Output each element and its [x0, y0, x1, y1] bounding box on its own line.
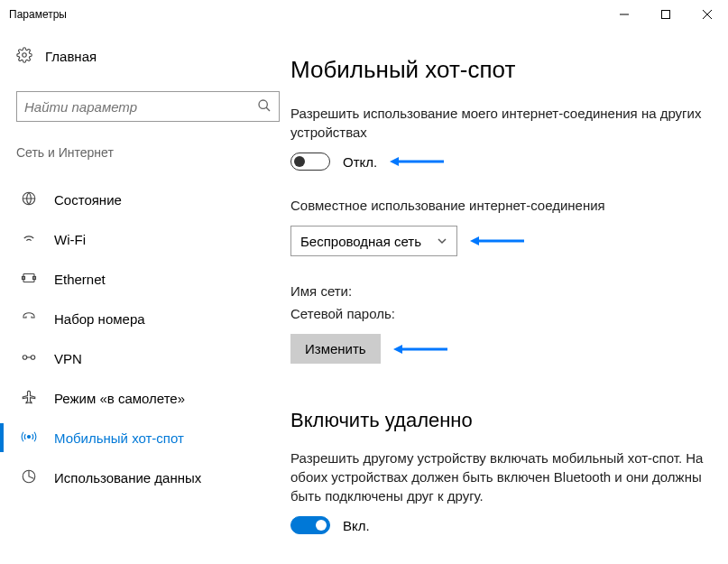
dropdown-value: Беспроводная сеть [300, 234, 421, 249]
svg-point-4 [23, 53, 27, 58]
nav-airplane[interactable]: Режим «в самолете» [16, 378, 280, 418]
nav-dialup[interactable]: Набор номера [16, 299, 280, 338]
gear-icon [16, 47, 32, 66]
nav-ethernet[interactable]: Ethernet [16, 259, 280, 299]
svg-line-6 [266, 107, 270, 111]
nav-label: Мобильный хот-спот [54, 430, 184, 446]
page-heading: Мобильный хот-спот [290, 56, 710, 84]
ethernet-icon [20, 270, 38, 289]
search-field[interactable] [24, 99, 257, 115]
svg-point-12 [31, 355, 35, 359]
share-toggle[interactable] [290, 153, 330, 171]
nav-label: Состояние [54, 192, 122, 208]
svg-marker-21 [393, 345, 402, 354]
hotspot-icon [20, 429, 38, 448]
nav-label: Набор номера [54, 311, 145, 327]
nav-label: Использование данных [54, 470, 201, 485]
nav-data-usage[interactable]: Использование данных [16, 458, 280, 497]
nav-label: VPN [54, 351, 82, 366]
close-button[interactable] [687, 0, 728, 29]
annotation-arrow [470, 236, 524, 246]
remote-description: Разрешить другому устройству включать мо… [290, 448, 710, 505]
search-input[interactable] [16, 91, 280, 122]
dialup-icon [20, 310, 38, 328]
network-password-label: Сетевой пароль: [290, 304, 710, 323]
svg-point-5 [259, 100, 267, 108]
connection-dropdown[interactable]: Беспроводная сеть [290, 226, 457, 256]
share-description: Разрешить использование моего интернет-с… [290, 104, 710, 142]
airplane-icon [20, 389, 38, 408]
maximize-button[interactable] [645, 0, 687, 29]
wifi-icon [20, 230, 38, 249]
nav-label: Ethernet [54, 272, 106, 287]
share-from-label: Совместное использование интернет-соедин… [290, 196, 710, 215]
search-icon [257, 98, 272, 116]
home-label: Главная [45, 49, 97, 64]
vpn-icon [20, 349, 38, 368]
window-title: Параметры [9, 8, 604, 21]
svg-marker-19 [470, 236, 479, 245]
annotation-arrow [390, 156, 444, 167]
annotation-arrow [393, 344, 447, 355]
nav-label: Режим «в самолете» [54, 391, 185, 406]
edit-button[interactable]: Изменить [290, 334, 381, 364]
svg-point-14 [28, 435, 31, 438]
chevron-down-icon [437, 234, 447, 249]
nav-label: Wi-Fi [54, 232, 86, 247]
nav-wifi[interactable]: Wi-Fi [16, 219, 280, 259]
remote-toggle-label: Вкл. [343, 518, 370, 533]
nav-vpn[interactable]: VPN [16, 338, 280, 378]
data-usage-icon [20, 468, 38, 487]
nav-status[interactable]: Состояние [16, 180, 280, 219]
remote-heading: Включить удаленно [290, 409, 710, 432]
network-name-label: Имя сети: [290, 282, 710, 300]
minimize-button[interactable] [604, 0, 645, 29]
status-icon [20, 190, 38, 209]
svg-rect-1 [662, 11, 670, 19]
svg-point-11 [23, 355, 27, 359]
svg-marker-17 [390, 157, 399, 166]
nav-hotspot[interactable]: Мобильный хот-спот [16, 418, 280, 458]
remote-toggle[interactable] [290, 516, 330, 534]
share-toggle-label: Откл. [343, 154, 377, 170]
category-label: Сеть и Интернет [16, 145, 280, 160]
home-nav[interactable]: Главная [16, 47, 280, 66]
